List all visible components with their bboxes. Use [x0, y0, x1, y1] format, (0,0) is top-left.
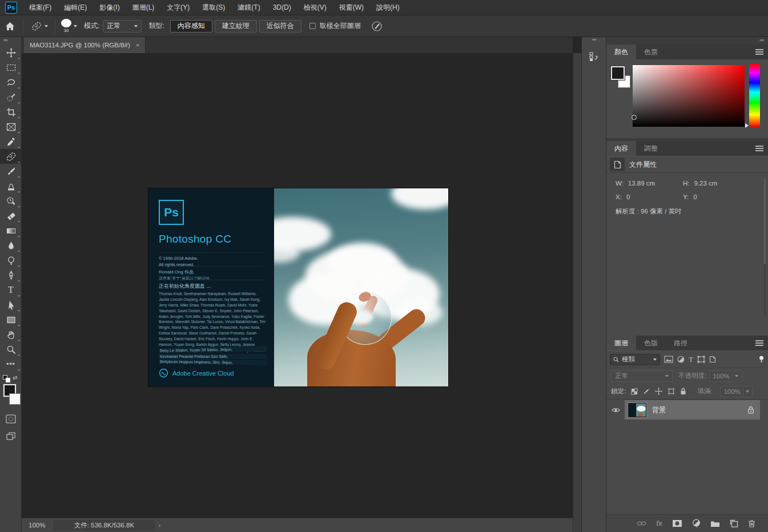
lasso-tool[interactable] [0, 75, 22, 90]
tab-adjustments[interactable]: 調整 [636, 141, 666, 156]
eyedropper-tool[interactable] [0, 134, 22, 149]
home-button[interactable] [0, 22, 19, 31]
type-proximity-match-button[interactable]: 近似符合 [259, 20, 301, 33]
filter-shape-layers-icon[interactable] [697, 356, 705, 363]
menu-3d[interactable]: 3D(D) [267, 0, 297, 15]
toolbar-expand-button[interactable]: »» [0, 37, 21, 45]
layer-lock-icon[interactable] [747, 406, 754, 414]
saturation-brightness-field[interactable] [633, 65, 745, 127]
edit-toolbar-button[interactable]: ••• [0, 357, 22, 372]
type-tool[interactable]: T [0, 283, 22, 297]
panel-menu-icon[interactable] [755, 146, 763, 151]
document-tab[interactable]: MAO3114.JPG @ 100% (RGB/8#) × [24, 37, 146, 53]
selected-layer[interactable]: 背景 [625, 400, 760, 420]
screen-mode-button[interactable] [0, 428, 22, 445]
spot-healing-brush-tool[interactable] [0, 149, 22, 164]
menu-layer[interactable]: 圖層(L) [126, 0, 161, 15]
swap-colors-button[interactable]: ⇄ [13, 374, 17, 381]
menu-filter[interactable]: 濾鏡(T) [231, 0, 266, 15]
tab-swatches[interactable]: 色票 [636, 45, 666, 59]
lock-position-icon[interactable] [655, 388, 662, 395]
history-panel-button[interactable] [585, 48, 602, 65]
layer-row-background[interactable]: 背景 [606, 400, 768, 420]
type-create-texture-button[interactable]: 建立紋理 [215, 20, 257, 33]
menu-type[interactable]: 文字(Y) [160, 0, 196, 15]
zoom-tool[interactable] [0, 342, 22, 357]
tab-channels[interactable]: 色版 [636, 336, 666, 350]
history-brush-tool[interactable] [0, 194, 22, 208]
menu-file[interactable]: 檔案(F) [23, 0, 58, 15]
lock-all-icon[interactable] [680, 388, 686, 395]
tab-properties[interactable]: 內容 [606, 141, 636, 156]
menu-image[interactable]: 影像(I) [93, 0, 126, 15]
menu-help[interactable]: 說明(H) [370, 0, 406, 15]
quick-selection-tool[interactable] [0, 90, 22, 104]
layer-style-icon[interactable]: fx [656, 519, 662, 527]
filter-pixel-layers-icon[interactable] [664, 356, 673, 363]
filter-type-layers-icon[interactable]: T [689, 355, 693, 364]
menu-window[interactable]: 視窗(W) [333, 0, 370, 15]
crop-tool[interactable] [0, 104, 22, 119]
panel-menu-icon[interactable] [755, 49, 763, 54]
filter-smart-objects-icon[interactable] [709, 356, 716, 363]
filter-toggle-icon[interactable] [758, 356, 765, 364]
blur-tool[interactable] [0, 238, 22, 253]
background-color-swatch[interactable] [9, 393, 21, 405]
zoom-level-field[interactable]: 100% [22, 522, 53, 529]
hue-slider[interactable] [749, 64, 760, 127]
rectangular-marquee-tool[interactable] [0, 60, 22, 75]
foreground-color-swatch[interactable] [611, 66, 625, 80]
lock-artboard-icon[interactable] [668, 388, 675, 395]
expand-panels-button[interactable]: «« [582, 37, 606, 45]
path-selection-tool[interactable] [0, 297, 22, 312]
delete-layer-icon[interactable] [748, 519, 755, 527]
brush-tool[interactable] [0, 164, 22, 179]
chevron-down-icon[interactable] [74, 25, 77, 27]
new-group-icon[interactable] [710, 520, 720, 527]
filter-kind-select[interactable]: 種類 [610, 354, 660, 365]
layer-thumbnail[interactable] [628, 403, 646, 417]
hue-slider-handle[interactable] [745, 123, 749, 128]
close-icon[interactable]: × [136, 42, 139, 49]
hand-tool[interactable] [0, 327, 22, 342]
tab-paths[interactable]: 路徑 [666, 336, 695, 350]
panel-menu-icon[interactable] [755, 340, 763, 345]
color-picker-indicator[interactable] [632, 115, 637, 120]
pen-tool[interactable] [0, 268, 22, 283]
rectangle-tool[interactable] [0, 312, 22, 327]
fill-field[interactable]: 100% [720, 386, 752, 397]
mode-select[interactable]: 正常 [103, 20, 142, 33]
new-layer-icon[interactable] [730, 519, 738, 527]
eraser-tool[interactable] [0, 208, 22, 223]
filter-adjustment-layers-icon[interactable] [677, 356, 685, 363]
type-content-aware-button[interactable]: 內容感知 [170, 20, 212, 33]
lock-transparency-icon[interactable] [631, 388, 638, 395]
sample-all-layers-checkbox[interactable] [309, 23, 316, 29]
dodge-tool[interactable] [0, 253, 22, 268]
brush-size-picker[interactable]: 30 [61, 19, 71, 33]
pen-pressure-button[interactable] [371, 21, 383, 32]
move-tool[interactable] [0, 45, 22, 60]
lock-pixels-icon[interactable] [643, 388, 650, 395]
tab-layers[interactable]: 圖層 [606, 336, 636, 350]
document-canvas[interactable]: Ps Photoshop CC © 1990-2018 Adobe. All r… [22, 53, 573, 518]
layer-visibility-toggle[interactable] [606, 407, 625, 413]
quick-mask-button[interactable] [0, 410, 22, 428]
tool-preset-picker[interactable] [27, 21, 51, 32]
menu-view[interactable]: 檢視(V) [297, 0, 333, 15]
clone-stamp-tool[interactable] [0, 179, 22, 194]
link-layers-icon[interactable] [637, 521, 646, 526]
add-layer-mask-icon[interactable] [672, 519, 682, 527]
collapse-panels-button[interactable]: »» [606, 37, 768, 45]
opacity-field[interactable]: 100% [709, 370, 741, 382]
add-adjustment-layer-icon[interactable] [692, 519, 701, 528]
canvas-vertical-scrollbar[interactable] [573, 53, 581, 532]
menu-edit[interactable]: 編輯(E) [58, 0, 93, 15]
menu-select[interactable]: 選取(S) [196, 0, 231, 15]
frame-tool[interactable] [0, 119, 22, 134]
status-options-chevron[interactable]: › [158, 522, 160, 529]
blend-mode-select[interactable]: 正常 [611, 370, 673, 382]
tab-color[interactable]: 顏色 [606, 45, 636, 59]
properties-scrollbar[interactable] [764, 179, 766, 316]
gradient-tool[interactable] [0, 223, 22, 238]
